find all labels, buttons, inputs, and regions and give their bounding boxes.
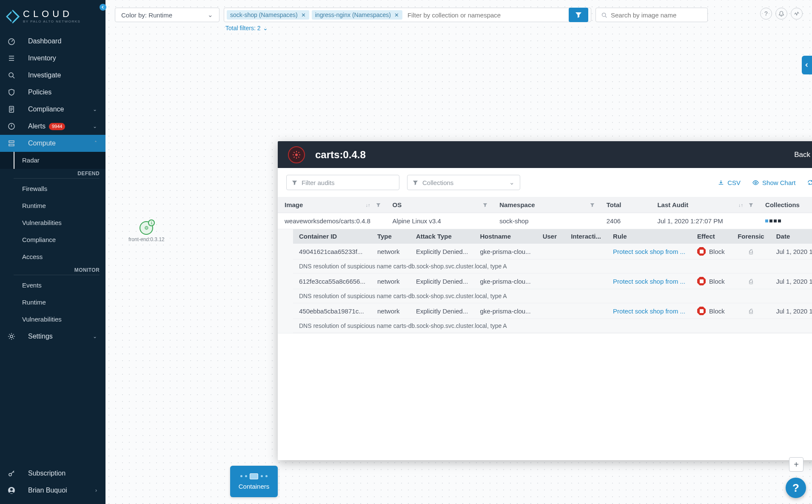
col-hostname[interactable]: Hostname [474,229,536,244]
cell-os: Alpine Linux v3.4 [386,213,493,229]
logo-mark-icon [6,10,20,23]
sidebar-collapse-button[interactable] [100,4,106,11]
gear-icon: ⚙ [144,225,149,231]
sidebar-item-subscription[interactable]: Subscription [0,465,105,482]
sidebar-item-user[interactable]: Brian Buquoi › [0,482,105,499]
filter-input[interactable] [405,9,566,20]
col-namespace[interactable]: Namespace [493,197,600,213]
svg-rect-4 [9,141,14,142]
col-interactive[interactable]: Interacti... [565,229,607,244]
col-actions[interactable]: Actions [807,197,812,213]
filter-chip-input[interactable]: sock-shop (Namespaces)✕ ingress-nginx (N… [224,8,591,22]
sidebar-sub-events[interactable]: Events [0,277,105,294]
apply-filter-button[interactable] [569,8,588,22]
sidebar-item-policies[interactable]: Policies [0,84,105,101]
filter-audits-input[interactable]: Filter audits [286,175,399,190]
col-image[interactable]: Image↓↑ [278,197,386,213]
cell-forensic[interactable]: ⎙ [732,303,770,319]
export-csv-button[interactable]: CSV [718,179,741,186]
sidebar-sub-compliance[interactable]: Compliance [0,231,105,248]
col-total[interactable]: Total [600,197,651,213]
cell-forensic[interactable]: ⎙ [732,273,770,289]
cell-forensic[interactable]: ⎙ [732,244,770,259]
cell-date: Jul 1, 2020 1:21:36 PM [770,273,812,289]
block-icon [697,307,706,315]
sidebar-item-compliance[interactable]: Compliance ⌄ [0,101,105,118]
sidebar-item-dashboard[interactable]: Dashboard [0,33,105,50]
radar-node-frontend[interactable]: ⚙1 front-end:0.3.12 [128,221,165,242]
brand-subtitle: BY PALO ALTO NETWORKS [23,20,80,23]
total-filters-link[interactable]: Total filters: 2⌄ [224,25,591,31]
svg-rect-5 [9,144,14,146]
document-icon [7,105,16,114]
col-rule[interactable]: Rule [607,229,691,244]
funnel-icon[interactable] [590,202,595,207]
color-by-dropdown[interactable]: Color by: Runtime ⌄ [115,8,219,22]
sidebar-sub-runtime-2[interactable]: Runtime [0,294,105,311]
notifications-button[interactable] [775,8,787,20]
cell-date: Jul 1, 2020 1:16:15 PM [770,303,812,319]
funnel-icon[interactable] [483,202,487,207]
col-os[interactable]: OS [386,197,493,213]
sidebar-item-investigate[interactable]: Investigate [0,67,105,84]
image-search-input[interactable] [595,8,708,22]
back-button[interactable]: Back‹ [794,150,812,159]
chevron-down-icon: ⌄ [93,106,97,112]
event-row[interactable]: 612fe3cca55a8c6656...networkExplicitly D… [293,273,812,289]
sidebar-sub-access[interactable]: Access [0,248,105,265]
main-canvas: Color by: Runtime ⌄ sock-shop (Namespace… [105,0,812,504]
cell-host: gke-prisma-clou... [474,244,536,259]
cell-rule[interactable]: Protect sock shop from ... [607,273,691,289]
sort-icon[interactable]: ↓↑ [366,202,370,208]
brand-title: CLOUD [23,9,80,19]
filter-chip[interactable]: sock-shop (Namespaces)✕ [227,10,309,20]
activity-button[interactable] [791,8,803,20]
funnel-icon[interactable] [376,202,381,207]
col-user[interactable]: User [537,229,565,244]
remove-chip-icon[interactable]: ✕ [394,12,399,18]
collections-dropdown[interactable]: Collections ⌄ [407,175,520,190]
col-type[interactable]: Type [371,229,410,244]
cell-rule[interactable]: Protect sock shop from ... [607,303,691,319]
sidebar-item-compute[interactable]: Compute ˄ [0,135,105,152]
event-description: DNS resolution of suspicious name carts-… [293,319,812,333]
funnel-icon[interactable] [749,202,753,207]
funnel-icon [292,180,297,185]
cell-rule[interactable]: Protect sock shop from ... [607,244,691,259]
refresh-button[interactable]: Refresh [807,179,812,186]
help-fab-button[interactable]: ? [786,478,806,498]
sort-icon[interactable]: ↓↑ [738,202,743,208]
show-chart-button[interactable]: Show Chart [752,179,795,186]
sidebar-item-settings[interactable]: Settings ⌄ [0,328,105,345]
col-attack-type[interactable]: Attack Type [410,229,474,244]
event-row[interactable]: 49041621caa65233f...networkExplicitly De… [293,244,812,259]
remove-chip-icon[interactable]: ✕ [301,12,306,18]
user-name: Brian Buquoi [28,487,67,494]
col-forensic[interactable]: Forensic [732,229,770,244]
gauge-icon [7,37,16,46]
sidebar-item-alerts[interactable]: Alerts 9944 ⌄ [0,118,105,135]
table-row[interactable]: weaveworksdemos/carts:0.4.8 Alpine Linux… [278,213,812,229]
col-date[interactable]: Date [770,229,812,244]
right-flyout-toggle[interactable] [802,56,812,74]
col-collections[interactable]: Collections [758,197,807,213]
zoom-in-button[interactable]: + [789,457,803,472]
containers-view-button[interactable]: Containers [230,466,278,497]
sidebar-sub-firewalls[interactable]: Firewalls [0,180,105,197]
filter-chip[interactable]: ingress-nginx (Namespaces)✕ [312,10,402,20]
col-last-audit[interactable]: Last Audit↓↑ [650,197,758,213]
col-effect[interactable]: Effect [691,229,732,244]
sidebar-sub-vulnerabilities-2[interactable]: Vulnerabilities [0,311,105,328]
section-monitor: MONITOR [0,265,105,277]
forensic-icon: ⎙ [749,308,753,315]
sidebar-sub-vulnerabilities[interactable]: Vulnerabilities [0,214,105,231]
help-button[interactable]: ? [760,8,772,20]
list-icon [7,54,16,63]
sidebar-item-inventory[interactable]: Inventory [0,50,105,67]
cell-type: network [371,303,410,319]
event-row[interactable]: 450ebba5cba19871c...networkExplicitly De… [293,303,812,319]
sidebar-sub-radar[interactable]: Radar [0,152,105,169]
col-container-id[interactable]: Container ID [293,229,371,244]
sidebar-sub-runtime[interactable]: Runtime [0,197,105,214]
export-icon [718,179,724,185]
